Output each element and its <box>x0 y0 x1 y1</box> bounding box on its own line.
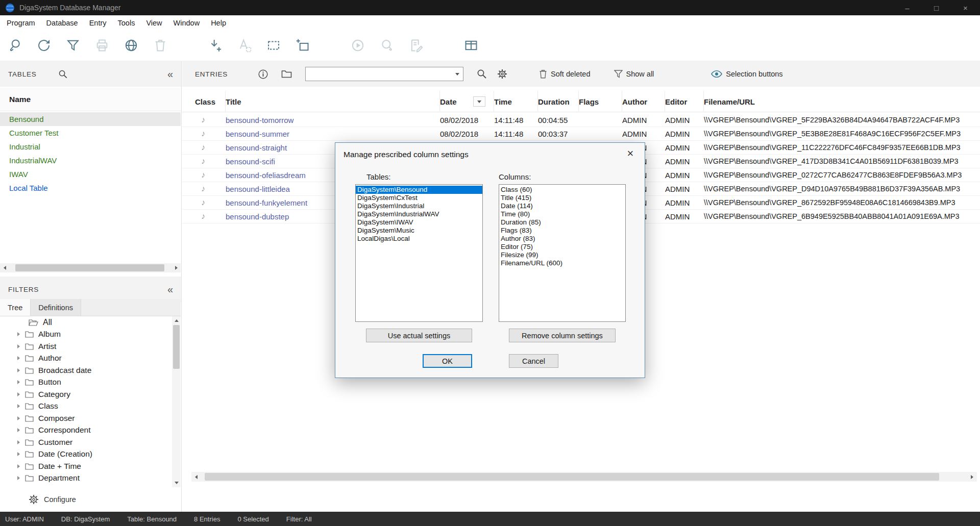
tab-tree[interactable]: Tree <box>0 299 31 316</box>
search-icon[interactable] <box>477 69 487 79</box>
use-actual-settings-button[interactable]: Use actual settings <box>366 329 472 342</box>
record-loop-icon[interactable] <box>379 38 395 53</box>
listbox-option[interactable]: Flags (83) <box>499 227 625 235</box>
chevron-right-icon[interactable] <box>17 332 20 336</box>
chevron-right-icon[interactable] <box>17 380 20 384</box>
menu-item-entry[interactable]: Entry <box>84 19 112 27</box>
chevron-right-icon[interactable] <box>17 368 20 372</box>
tree-item[interactable]: Button <box>0 377 172 389</box>
tree-item[interactable]: Correspondent <box>0 424 172 437</box>
listbox-option[interactable]: Title (415) <box>499 194 625 202</box>
search-input[interactable] <box>306 67 452 81</box>
tab-definitions[interactable]: Definitions <box>31 299 81 316</box>
info-icon[interactable] <box>258 69 268 79</box>
refresh-icon[interactable] <box>36 38 52 53</box>
edit-script-icon[interactable] <box>408 38 424 53</box>
open-database-icon[interactable] <box>7 38 22 53</box>
collapse-tables-panel-icon[interactable] <box>167 69 173 79</box>
column-header-title[interactable]: Title <box>226 91 440 112</box>
menu-item-database[interactable]: Database <box>41 19 84 27</box>
delete-icon[interactable] <box>153 38 168 53</box>
listbox-option[interactable]: Duration (85) <box>499 218 625 227</box>
tree-item[interactable]: Album <box>0 329 172 341</box>
tree-item[interactable]: Broadcast date <box>0 364 172 377</box>
tree-item[interactable]: Author <box>0 353 172 365</box>
chevron-right-icon[interactable] <box>17 440 20 444</box>
collapse-filters-panel-icon[interactable] <box>167 284 173 294</box>
new-frame-icon[interactable] <box>295 38 310 53</box>
menu-item-help[interactable]: Help <box>205 19 232 27</box>
table-row[interactable]: ♪bensound-summer08/02/201814:11:4800:03:… <box>182 127 980 141</box>
search-combobox[interactable] <box>305 67 463 81</box>
listbox-option[interactable]: Time (80) <box>499 210 625 218</box>
tree-item[interactable]: Date (Creation) <box>0 448 172 461</box>
soft-deleted-toggle[interactable]: Soft deleted <box>539 69 590 79</box>
column-header-filename-url[interactable]: Filename/URL <box>704 91 980 112</box>
filter-icon[interactable] <box>65 38 81 53</box>
chevron-right-icon[interactable] <box>17 356 20 360</box>
listbox-option[interactable]: Class (60) <box>499 186 625 194</box>
menu-item-tools[interactable]: Tools <box>112 19 141 27</box>
entry-title-link[interactable]: bensound-tomorrow <box>226 116 293 124</box>
table-view-icon[interactable] <box>463 38 479 53</box>
import-entry-icon[interactable] <box>208 38 223 53</box>
chevron-right-icon[interactable] <box>17 416 20 420</box>
chevron-right-icon[interactable] <box>17 344 20 348</box>
scroll-down-icon[interactable] <box>172 479 181 487</box>
listbox-option[interactable]: DigaSystem\Bensound <box>356 186 482 194</box>
listbox-option[interactable]: DigaSystem\CxTest <box>356 194 482 202</box>
tree-vertical-scrollbar[interactable] <box>172 316 181 487</box>
chevron-right-icon[interactable] <box>17 404 20 408</box>
text-tool-icon[interactable] <box>237 38 252 53</box>
listbox-option[interactable]: Author (83) <box>499 235 625 243</box>
scroll-right-icon[interactable] <box>172 263 181 272</box>
listbox-option[interactable]: Filesize (99) <box>499 251 625 259</box>
tables-list-item[interactable]: Local Table <box>0 181 181 195</box>
play-icon[interactable] <box>350 38 365 53</box>
entry-title-link[interactable]: bensound-ofeliasdream <box>226 171 306 180</box>
selection-marquee-icon[interactable] <box>266 38 281 53</box>
column-header-class[interactable]: Class <box>195 91 226 112</box>
tables-list-item[interactable]: Bensound <box>0 112 181 126</box>
gear-icon[interactable] <box>497 69 507 79</box>
sort-dropdown-icon[interactable] <box>473 96 485 107</box>
chevron-down-icon[interactable] <box>452 73 463 76</box>
scrollbar-thumb[interactable] <box>15 264 164 271</box>
entries-horizontal-scrollbar[interactable] <box>191 472 977 482</box>
column-header-author[interactable]: Author <box>622 91 665 112</box>
minimize-button[interactable]: – <box>893 0 922 15</box>
remove-column-settings-button[interactable]: Remove column settings <box>509 329 616 342</box>
column-header-time[interactable]: Time <box>494 91 538 112</box>
dialog-columns-listbox[interactable]: Class (60)Title (415)Date (114)Time (80)… <box>499 184 626 322</box>
listbox-option[interactable]: DigaSystem\Industrial <box>356 202 482 210</box>
column-header-editor[interactable]: Editor <box>665 91 704 112</box>
listbox-option[interactable]: DigaSystem\IndustrialWAV <box>356 210 482 218</box>
tables-list-item[interactable]: IWAV <box>0 167 181 181</box>
show-all-toggle[interactable]: Show all <box>614 70 654 78</box>
tree-item[interactable]: Class <box>0 400 172 413</box>
tables-list-item[interactable]: Industrial <box>0 140 181 154</box>
menu-item-window[interactable]: Window <box>168 19 206 27</box>
scroll-up-icon[interactable] <box>172 316 181 325</box>
tree-item[interactable]: Artist <box>0 340 172 353</box>
listbox-option[interactable]: Filename/URL (600) <box>499 259 625 267</box>
entry-title-link[interactable]: bensound-straight <box>226 143 287 152</box>
entry-title-link[interactable]: bensound-summer <box>226 130 289 138</box>
tree-item[interactable]: Customer <box>0 436 172 448</box>
chevron-right-icon[interactable] <box>17 476 20 480</box>
menu-item-view[interactable]: View <box>140 19 167 27</box>
tree-item[interactable]: Composer <box>0 412 172 424</box>
scroll-right-icon[interactable] <box>967 472 977 482</box>
scroll-left-icon[interactable] <box>191 472 201 482</box>
maximize-button[interactable]: □ <box>922 0 951 15</box>
dialog-tables-listbox[interactable]: DigaSystem\BensoundDigaSystem\CxTestDiga… <box>355 184 483 322</box>
column-header-date[interactable]: Date <box>440 91 494 112</box>
tree-item[interactable]: All <box>0 316 172 329</box>
ok-button[interactable]: OK <box>423 354 472 368</box>
tree-item[interactable]: Department <box>0 472 172 485</box>
print-icon[interactable] <box>94 38 110 53</box>
cancel-button[interactable]: Cancel <box>509 354 558 368</box>
search-tables-icon[interactable] <box>58 69 68 79</box>
tree-item[interactable]: Date + Time <box>0 460 172 472</box>
dialog-close-button[interactable]: × <box>618 144 643 163</box>
